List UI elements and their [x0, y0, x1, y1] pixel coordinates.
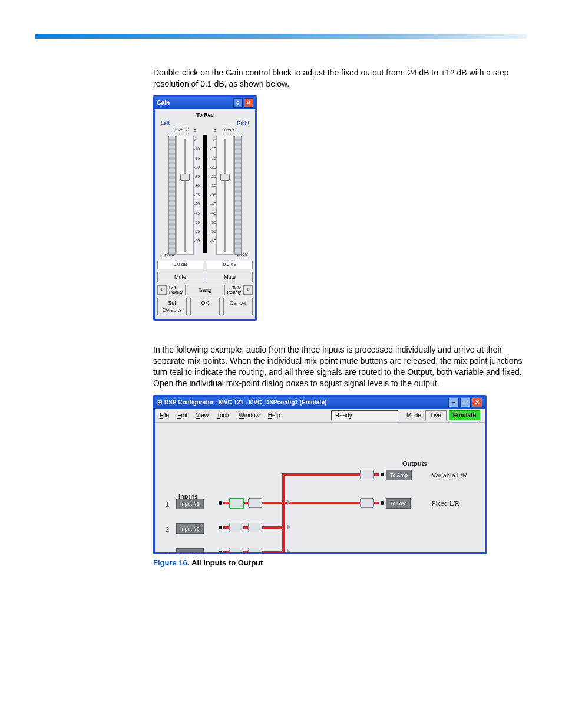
menu-view[interactable]: View	[196, 411, 209, 420]
scale-left: 0-5-10-15-20-25-30-35-40-45-50-55-60	[194, 127, 203, 245]
live-button[interactable]: Live	[425, 410, 447, 421]
right-channel-label: Right	[237, 120, 249, 127]
right-fader-thumb[interactable]	[220, 174, 230, 181]
in1-node-a[interactable]	[229, 498, 244, 509]
left-top-db: 12dB	[174, 127, 189, 134]
cancel-button[interactable]: Cancel	[223, 298, 253, 315]
help-icon[interactable]: ?	[233, 98, 243, 108]
page-top-accent	[35, 34, 527, 39]
right-fader[interactable]	[216, 136, 234, 255]
right-top-db: 12dB	[222, 127, 236, 134]
right-meter	[234, 136, 242, 255]
in3-dot	[219, 551, 222, 552]
gang-button[interactable]: Gang	[185, 285, 224, 295]
output-1-type: Variable L/R	[432, 471, 467, 480]
right-db-readout[interactable]: 0.0 dB	[207, 261, 253, 269]
dsp-title: DSP Configurator - MVC 121 - MVC_DSPconf…	[164, 398, 326, 407]
input-3-box[interactable]: Input #3	[176, 548, 204, 552]
dsp-titlebar[interactable]: ⊞ DSP Configurator - MVC 121 - MVC_DSPco…	[155, 397, 485, 409]
input-2-num: 2	[166, 525, 169, 534]
left-mute-button[interactable]: Mute	[157, 272, 203, 282]
left-polarity-label: Left Polarity	[169, 286, 183, 294]
in2-node-b[interactable]	[248, 523, 262, 532]
menu-help[interactable]: Help	[268, 411, 280, 420]
gain-dialog: Gain ? ✕ To Rec Left Right 12dB	[153, 95, 257, 321]
routing-wires	[155, 423, 485, 552]
input-2-box[interactable]: Input #2	[176, 523, 204, 534]
close-icon[interactable]: ✕	[244, 98, 253, 108]
mode-label: Mode:	[406, 411, 423, 420]
left-channel-label: Left	[161, 120, 170, 127]
left-polarity-button[interactable]: +	[157, 285, 167, 295]
figure-number: Figure 16.	[153, 558, 189, 567]
output-2-type: Fixed L/R	[432, 499, 459, 508]
input-3-num: 3	[166, 550, 169, 552]
scale-right: 0-5-10-15-20-25-30-35-40-45-50-55-60	[207, 127, 216, 245]
status-readout: Ready	[331, 410, 398, 421]
input-1-box[interactable]: Input #1	[176, 499, 204, 509]
window-close-icon[interactable]: ✕	[472, 398, 482, 407]
right-mute-button[interactable]: Mute	[207, 272, 253, 282]
left-fader-thumb[interactable]	[180, 174, 190, 181]
paragraph-1: Double-click on the Gain control block t…	[153, 67, 530, 90]
in2-node-a[interactable]	[229, 523, 243, 532]
in3-chevron-icon	[287, 549, 290, 552]
input-1-num: 1	[166, 500, 169, 509]
dsp-canvas[interactable]: Outputs Inputs To Amp Variable L/R To Re…	[155, 423, 485, 552]
menu-tools[interactable]: Tools	[217, 411, 230, 420]
right-polarity-button[interactable]: +	[243, 285, 253, 295]
in1-chevron-icon	[287, 499, 290, 505]
dsp-menubar: File Edit View Tools Window Help Ready M…	[155, 409, 485, 423]
left-fader[interactable]	[176, 136, 194, 255]
set-defaults-button[interactable]: Set Defaults	[157, 298, 187, 315]
in2-chevron-icon	[287, 524, 290, 530]
in1-node-b[interactable]	[248, 498, 262, 508]
menu-file[interactable]: File	[160, 411, 169, 420]
left-db-readout[interactable]: 0.0 dB	[157, 261, 203, 269]
out1-pre-node[interactable]	[360, 470, 374, 479]
menu-edit[interactable]: Edit	[177, 411, 187, 420]
ok-button[interactable]: OK	[190, 298, 220, 315]
gain-titlebar[interactable]: Gain ? ✕	[155, 97, 255, 109]
menu-window[interactable]: Window	[239, 411, 260, 420]
maximize-icon[interactable]: □	[460, 398, 471, 407]
outputs-label: Outputs	[402, 459, 427, 468]
gain-title: Gain	[157, 99, 170, 107]
in3-node-b[interactable]	[248, 548, 262, 552]
dsp-window: ⊞ DSP Configurator - MVC 121 - MVC_DSPco…	[153, 395, 487, 555]
gain-header: To Rec	[157, 111, 253, 118]
in3-node-a[interactable]	[229, 548, 243, 552]
figure-title: All Inputs to Output	[191, 558, 263, 567]
minimize-icon[interactable]: –	[448, 398, 459, 407]
figure-caption: Figure 16. All Inputs to Output	[153, 558, 530, 568]
output-2-box[interactable]: To Rec	[386, 498, 411, 509]
out2-pre-node[interactable]	[360, 498, 374, 508]
paragraph-2: In the following example, audio from the…	[153, 344, 530, 389]
output-1-box[interactable]: To Amp	[386, 470, 412, 480]
right-polarity-label: Right Polarity	[227, 286, 241, 294]
emulate-button[interactable]: Emulate	[449, 410, 480, 421]
left-meter	[168, 136, 176, 255]
